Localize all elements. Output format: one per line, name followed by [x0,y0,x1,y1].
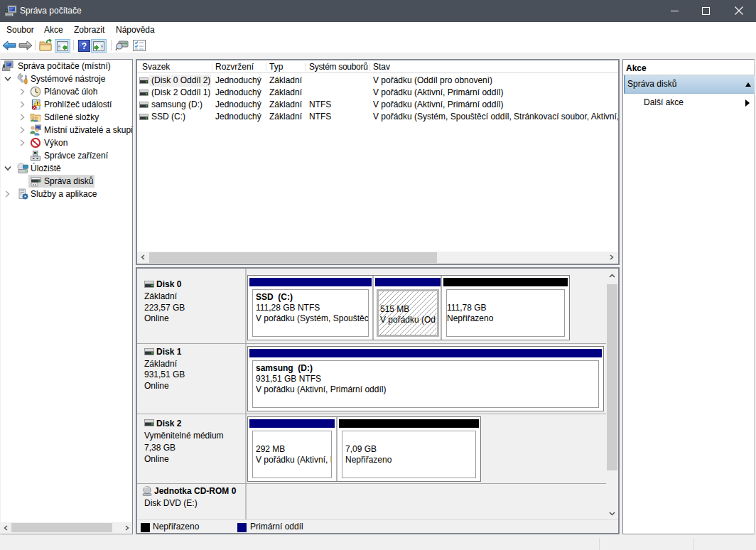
svg-text:?: ? [82,41,87,51]
